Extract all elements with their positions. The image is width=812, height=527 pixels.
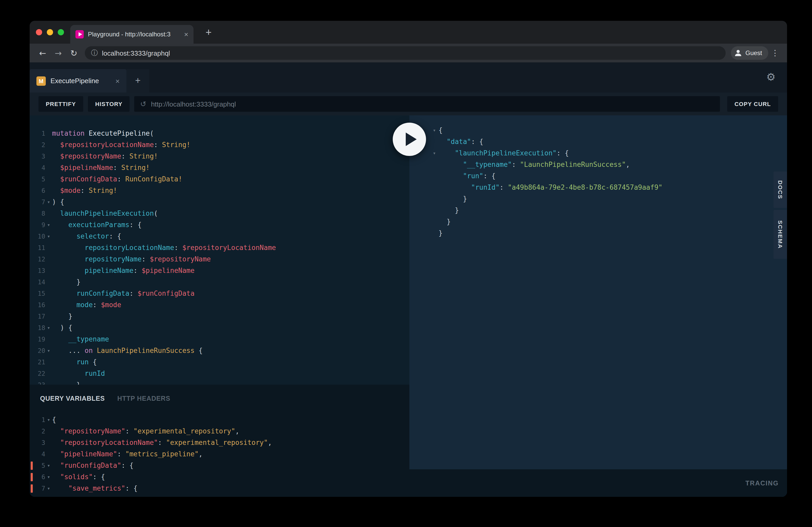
address-bar[interactable]: ⓘ localhost:3333/graphql: [85, 46, 726, 60]
copy-curl-button[interactable]: COPY CURL: [727, 96, 778, 112]
code-line: ▾ "launchPipelineExecution": {: [430, 148, 787, 159]
code-line: 12 repositoryName: $repositoryName: [30, 254, 409, 265]
browser-menu-icon[interactable]: ⋮: [768, 48, 782, 58]
endpoint-input[interactable]: ↺ http://localhost:3333/graphql: [134, 96, 720, 112]
minimize-window-button[interactable]: [47, 29, 53, 35]
new-tab-button[interactable]: +: [202, 26, 215, 39]
code-line: ▾{: [430, 125, 787, 136]
code-line: 1▾{: [30, 414, 409, 426]
gutter-spacer: [31, 289, 33, 298]
code-line: 1mutation ExecutePipeline(: [30, 128, 409, 139]
code-text: }: [52, 311, 72, 322]
code-line: "runId": "a49b864a-79e2-4be8-b78c-687457…: [430, 182, 787, 193]
prettify-button[interactable]: PRETTIFY: [39, 96, 83, 112]
gutter-spacer: [31, 335, 33, 344]
fold-spacer: [45, 174, 52, 185]
code-line: 5 $runConfigData: RunConfigData!: [30, 174, 409, 185]
code-line: 2 $repositoryLocationName: String!: [30, 139, 409, 151]
fold-toggle-icon[interactable]: ▾: [45, 322, 52, 334]
gutter-spacer: [31, 381, 33, 385]
fold-spacer: [45, 426, 52, 437]
fold-toggle-icon[interactable]: ▾: [45, 483, 52, 494]
back-icon[interactable]: ←: [35, 48, 50, 58]
browser-window: Playground - http://localhost:3 × + ← → …: [30, 21, 787, 497]
code-text: repositoryName: $repositoryName: [52, 254, 211, 265]
fold-toggle-icon[interactable]: ▾: [45, 414, 52, 426]
browser-tab[interactable]: Playground - http://localhost:3 ×: [70, 25, 193, 44]
gutter-spacer: [31, 324, 33, 332]
error-marker: [31, 484, 33, 493]
refresh-schema-icon[interactable]: ↺: [140, 100, 146, 108]
playground-tab-close-icon[interactable]: ×: [115, 77, 120, 85]
query-editor[interactable]: 1mutation ExecutePipeline(2 $repositoryL…: [30, 115, 409, 385]
code-text: $mode: String!: [52, 185, 117, 196]
fold-spacer: [45, 357, 52, 368]
tab-close-icon[interactable]: ×: [184, 30, 188, 39]
fold-spacer: [430, 193, 438, 205]
docs-tab[interactable]: DOCS: [773, 171, 787, 208]
profile-label: Guest: [745, 49, 762, 57]
execute-button[interactable]: [393, 123, 426, 156]
gutter-spacer: [31, 427, 33, 436]
fold-toggle-icon[interactable]: ▾: [430, 148, 438, 159]
variables-editor[interactable]: 1▾{2 "repositoryName": "experimental_rep…: [30, 407, 409, 494]
code-line: }: [430, 228, 787, 239]
code-line: 19 __typename: [30, 334, 409, 345]
gutter-spacer: [31, 312, 33, 321]
code-line: 14 }: [30, 276, 409, 288]
response-viewer: ▾{ "data": {▾ "launchPipelineExecution":…: [409, 115, 787, 469]
fold-spacer: [45, 265, 52, 276]
code-text: $runConfigData: RunConfigData!: [52, 174, 182, 185]
site-info-icon[interactable]: ⓘ: [91, 48, 98, 58]
history-button[interactable]: HISTORY: [88, 96, 130, 112]
schema-tab[interactable]: SCHEMA: [773, 210, 787, 259]
fold-toggle-icon[interactable]: ▾: [45, 219, 52, 231]
code-text: "launchPipelineExecution": {: [438, 148, 569, 159]
close-window-button[interactable]: [36, 29, 42, 35]
play-icon: [406, 133, 417, 146]
tracing-bar: TRACING: [409, 469, 787, 497]
reload-icon[interactable]: ↻: [66, 48, 82, 58]
code-text: run {: [52, 357, 97, 368]
gutter-spacer: [31, 267, 33, 275]
gutter-spacer: [31, 130, 33, 138]
fold-toggle-icon[interactable]: ▾: [45, 196, 52, 208]
http-headers-tab[interactable]: HTTP HEADERS: [117, 395, 170, 402]
fold-toggle-icon[interactable]: ▾: [45, 460, 52, 471]
playground-new-tab-button[interactable]: +: [126, 69, 149, 92]
fold-toggle-icon[interactable]: ▾: [430, 125, 438, 136]
url-text: localhost:3333/graphql: [102, 49, 170, 57]
code-text: "repositoryName": "experimental_reposito…: [52, 426, 239, 437]
gutter-spacer: [31, 439, 33, 447]
fold-toggle-icon[interactable]: ▾: [45, 231, 52, 242]
fold-toggle-icon[interactable]: ▾: [45, 345, 52, 357]
code-text: }: [438, 193, 467, 205]
code-text: "save_metrics": {: [52, 483, 137, 494]
gutter-spacer: [31, 358, 33, 366]
forward-icon[interactable]: →: [50, 48, 66, 58]
code-line: }: [430, 193, 787, 205]
playground-tab-executepipeline[interactable]: M ExecutePipeline ×: [30, 69, 126, 92]
code-line: 11 repositoryLocationName: $repositoryLo…: [30, 242, 409, 254]
browser-toolbar: ← → ↻ ⓘ localhost:3333/graphql Guest ⋮: [30, 44, 787, 62]
code-text: ) {: [52, 322, 72, 334]
fold-spacer: [430, 228, 438, 239]
avatar-icon: [734, 49, 742, 57]
maximize-window-button[interactable]: [58, 29, 64, 35]
fold-spacer: [45, 139, 52, 151]
settings-gear-icon[interactable]: ⚙: [766, 71, 775, 83]
gutter-spacer: [31, 186, 33, 195]
profile-button[interactable]: Guest: [731, 46, 768, 60]
tracing-label[interactable]: TRACING: [745, 479, 779, 487]
fold-spacer: [45, 128, 52, 139]
query-variables-tab[interactable]: QUERY VARIABLES: [40, 395, 105, 402]
fold-toggle-icon[interactable]: ▾: [45, 471, 52, 483]
fold-spacer: [45, 334, 52, 345]
fold-spacer: [45, 276, 52, 288]
code-text: __typename: [52, 334, 109, 345]
code-text: executionParams: {: [52, 219, 142, 231]
code-line: 10▾ selector: {: [30, 231, 409, 242]
code-line: "__typename": "LaunchPipelineRunSuccess"…: [430, 159, 787, 170]
response-panel: ▾{ "data": {▾ "launchPipelineExecution":…: [409, 115, 787, 497]
fold-spacer: [430, 205, 438, 216]
